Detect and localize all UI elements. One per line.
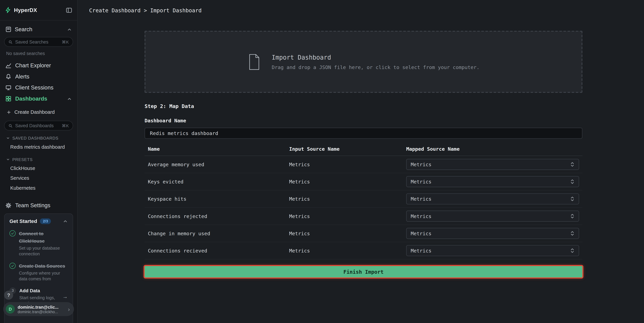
presets-group-header[interactable]: PRESETS <box>0 152 77 163</box>
saved-searches-input[interactable] <box>15 39 59 44</box>
sidebar-item-preset-kubernetes[interactable]: Kubernetes <box>0 183 77 193</box>
saved-dashboards-searchbox[interactable]: ⌘K <box>4 121 73 130</box>
chevron-updown-icon <box>570 179 574 184</box>
col-header-mapped-source: Mapped Source Name <box>406 146 579 152</box>
select-value: Metrics <box>411 248 432 254</box>
saved-dashboards-group-header[interactable]: SAVED DASHBOARDS <box>0 131 77 142</box>
help-button[interactable]: ? <box>4 291 13 300</box>
group-heading: PRESETS <box>12 157 32 162</box>
monitor-icon <box>6 84 12 91</box>
arrow-right-icon: → <box>62 294 68 300</box>
no-saved-searches-text: No saved searches <box>0 47 77 57</box>
create-dashboard-button[interactable]: Create Dashboard <box>0 107 77 117</box>
select-value: Metrics <box>411 161 432 167</box>
mapped-source-select[interactable]: Metrics <box>406 159 579 170</box>
group-heading: SAVED DASHBOARDS <box>12 136 58 140</box>
main-area: Import Dashboard Drag and drop a JSON fi… <box>78 20 644 323</box>
chevron-down-icon <box>6 136 10 140</box>
row-name: Change in memory used <box>148 231 289 236</box>
select-value: Metrics <box>411 179 432 184</box>
search-section-header[interactable]: Search <box>0 20 77 36</box>
dropzone-subtitle: Drag and drop a JSON file here, or click… <box>272 64 479 70</box>
bell-icon <box>6 73 12 79</box>
mapped-source-select[interactable]: Metrics <box>406 245 579 256</box>
table-row: Change in memory used Metrics Metrics <box>144 225 582 242</box>
user-menu[interactable]: D dominic.tran@clic... dominic.tran@clic… <box>3 302 74 316</box>
import-dropzone[interactable]: Import Dashboard Drag and drop a JSON fi… <box>144 31 582 93</box>
sidebar-item-alerts[interactable]: Alerts <box>0 71 77 82</box>
get-started-header[interactable]: Get Started 2/3 <box>4 214 73 227</box>
step-description: Configure where your data comes from <box>19 270 68 282</box>
sidebar-item-preset-clickhouse[interactable]: ClickHouse <box>0 163 77 173</box>
table-header-row: Name Input Source Name Mapped Source Nam… <box>144 146 582 156</box>
get-started-title: Get Started <box>10 218 37 224</box>
chevron-up-icon[interactable] <box>67 96 72 101</box>
sidebar: HyperDX Search ⌘K No saved searches Char… <box>0 0 78 323</box>
sidebar-item-chart-explorer[interactable]: Chart Explorer <box>0 60 77 71</box>
chevron-up-icon[interactable] <box>63 219 68 224</box>
chevron-updown-icon <box>570 248 574 253</box>
table-row: Keyspace hits Metrics Metrics <box>144 191 582 208</box>
finish-import-button[interactable]: Finish Import <box>144 266 582 278</box>
app-title: HyperDX <box>14 7 37 13</box>
select-value: Metrics <box>411 231 432 236</box>
row-name: Connections recieved <box>148 248 289 254</box>
row-name: Connections rejected <box>148 213 289 219</box>
row-input-source: Metrics <box>289 248 406 254</box>
chevron-up-icon[interactable] <box>67 27 72 32</box>
breadcrumb: Create Dashboard > Import Dashboard <box>89 7 202 13</box>
row-input-source: Metrics <box>289 196 406 202</box>
sidebar-item-dashboards[interactable]: Dashboards <box>0 93 77 104</box>
gear-icon <box>6 202 12 208</box>
plus-icon <box>6 110 11 114</box>
hyperdx-logo-icon <box>5 7 11 13</box>
shortcut-badge: ⌘K <box>62 123 69 128</box>
col-header-name: Name <box>148 146 289 152</box>
chevron-updown-icon <box>570 196 574 202</box>
avatar: D <box>6 305 15 314</box>
nav-label: Chart Explorer <box>15 62 51 68</box>
nav-label: Dashboards <box>15 96 47 102</box>
sidebar-item-preset-services[interactable]: Services <box>0 173 77 183</box>
step-title: Create Data Sources <box>19 264 65 268</box>
mapped-source-select[interactable]: Metrics <box>406 228 579 239</box>
file-icon <box>248 53 261 70</box>
mapping-table: Name Input Source Name Mapped Source Nam… <box>144 146 582 259</box>
chevron-updown-icon <box>570 162 574 167</box>
mapped-source-select[interactable]: Metrics <box>406 211 579 222</box>
mapped-source-select[interactable]: Metrics <box>406 176 579 187</box>
get-started-step-connect[interactable]: Connect to ClickHouse Set up your databa… <box>4 227 73 259</box>
chart-icon <box>6 62 12 68</box>
table-row: Connections rejected Metrics Metrics <box>144 208 582 225</box>
collapse-sidebar-icon[interactable] <box>66 7 72 13</box>
mapped-source-select[interactable]: Metrics <box>406 193 579 205</box>
nav-label: Alerts <box>15 73 30 79</box>
dashboard-name-label: Dashboard Name <box>144 118 582 124</box>
search-section-label: Search <box>15 26 64 32</box>
sidebar-item-team-settings[interactable]: Team Settings <box>0 200 77 211</box>
chevron-updown-icon <box>570 214 574 219</box>
saved-searches-searchbox[interactable]: ⌘K <box>4 37 73 47</box>
search-icon <box>8 123 13 128</box>
saved-dashboards-input[interactable] <box>15 123 59 128</box>
nav-label: Client Sessions <box>15 84 53 91</box>
col-header-input-source: Input Source Name <box>289 146 406 152</box>
shortcut-badge: ⌘K <box>62 40 69 44</box>
user-name: dominic.tran@clic... <box>18 305 65 309</box>
dashboard-name-input[interactable] <box>144 128 582 139</box>
select-value: Metrics <box>411 196 432 202</box>
row-input-source: Metrics <box>289 179 406 184</box>
app-window: HyperDX Search ⌘K No saved searches Char… <box>0 0 644 323</box>
row-name: Average memory used <box>148 161 289 167</box>
sidebar-item-client-sessions[interactable]: Client Sessions <box>0 82 77 93</box>
sidebar-item-redis-dashboard[interactable]: Redis metrics dashboard <box>0 142 77 152</box>
progress-badge: 2/3 <box>40 218 51 224</box>
check-circle-icon <box>10 230 16 236</box>
search-icon <box>8 40 13 44</box>
table-row: Keys evicted Metrics Metrics <box>144 173 582 190</box>
topbar: Create Dashboard > Import Dashboard <box>78 0 644 20</box>
row-name: Keys evicted <box>148 179 289 184</box>
get-started-step-sources[interactable]: Create Data Sources Configure where your… <box>4 259 73 284</box>
row-name: Keyspace hits <box>148 196 289 202</box>
table-row: Average memory used Metrics Metrics <box>144 156 582 173</box>
